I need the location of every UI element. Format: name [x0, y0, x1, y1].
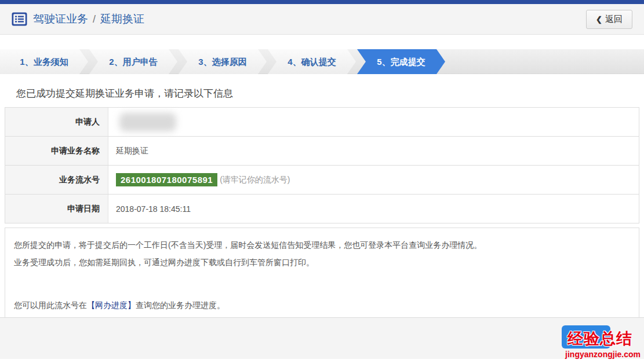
serial-number-note: (请牢记你的流水号): [220, 175, 290, 185]
breadcrumb-separator: /: [93, 13, 96, 25]
applicant-value: [108, 108, 639, 136]
step-1-business-notice: 1、业务须知: [0, 49, 88, 74]
step-5-complete-submit: 5、完成提交: [357, 49, 445, 74]
top-accent-bar: [0, 0, 644, 4]
back-button[interactable]: ❮ 返回: [586, 10, 632, 29]
business-name-value: 延期换证: [108, 137, 639, 165]
application-info-table: 申请人 申请业务名称 延期换证 业务流水号 261001807180075891…: [5, 107, 639, 223]
success-message: 您已成功提交延期换证业务申请，请记录以下信息: [16, 87, 644, 100]
note-line-1: 您所提交的申请，将于提交后的一个工作日(不含当天)受理，届时会发送短信告知受理结…: [14, 236, 630, 254]
applicant-name-redacted: [119, 113, 176, 131]
list-icon: [12, 12, 27, 26]
breadcrumb-main: 驾驶证业务: [33, 12, 88, 27]
back-button-label: 返回: [605, 14, 623, 25]
step-4-confirm-submit: 4、确认提交: [268, 49, 356, 74]
serial-number-value: 261001807180075891 (请牢记你的流水号): [108, 166, 639, 194]
notes-box: 您所提交的申请，将于提交后的一个工作日(不含当天)受理，届时会发送短信告知受理结…: [5, 228, 639, 324]
progress-hint-link: 【网办进度】: [87, 300, 136, 310]
watermark-url: jingyanzongjie.com: [565, 350, 641, 359]
progress-hint-suffix: 查询您的业务办理进度。: [136, 300, 225, 310]
footer-strip: [0, 317, 644, 359]
progress-hint: 您可以用此流水号在【网办进度】查询您的业务办理进度。: [14, 296, 630, 314]
watermark: 经验总结 jingyanzongjie.com: [554, 325, 641, 359]
breadcrumb-sub: 延期换证: [100, 12, 144, 27]
table-row-business-name: 申请业务名称 延期换证: [5, 137, 639, 166]
table-row-applicant: 申请人: [5, 108, 639, 137]
business-name-label: 申请业务名称: [5, 137, 108, 165]
step-progress-bar: 1、业务须知 2、用户申告 3、选择原因 4、确认提交 5、完成提交: [0, 49, 644, 74]
applicant-label: 申请人: [5, 108, 108, 136]
progress-hint-prefix: 您可以用此流水号在: [14, 300, 87, 310]
note-line-2: 业务受理成功后，您如需延期回执，可通过网办进度下载或自行到车管所窗口打印。: [14, 254, 630, 271]
back-chevron-icon: ❮: [596, 15, 602, 24]
breadcrumb: 驾驶证业务 / 延期换证: [33, 12, 144, 27]
serial-number-badge: 261001807180075891: [116, 173, 217, 186]
step-2-user-declaration: 2、用户申告: [89, 49, 177, 74]
table-row-apply-date: 申请日期 2018-07-18 18:45:11: [5, 195, 639, 223]
apply-date-value: 2018-07-18 18:45:11: [108, 195, 639, 223]
notes-spacer: [14, 271, 630, 296]
apply-date-label: 申请日期: [5, 195, 108, 223]
watermark-text: 经验总结: [567, 328, 632, 349]
step-3-select-reason: 3、选择原因: [179, 49, 267, 74]
table-row-serial-number: 业务流水号 261001807180075891 (请牢记你的流水号): [5, 166, 639, 195]
serial-number-label: 业务流水号: [5, 166, 108, 194]
page-header: 驾驶证业务 / 延期换证 ❮ 返回: [0, 4, 644, 35]
